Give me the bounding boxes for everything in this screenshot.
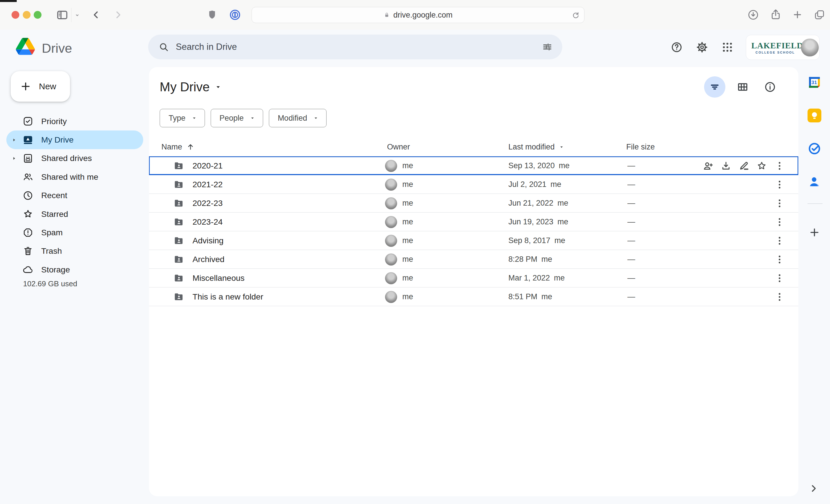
file-row-2022-23[interactable]: 2022-23meJun 21, 2022me— xyxy=(149,194,798,212)
filter-chip-people[interactable]: People xyxy=(211,109,263,127)
sidebar-item-starred[interactable]: Starred xyxy=(6,205,143,223)
star-button[interactable] xyxy=(756,160,767,171)
file-size: — xyxy=(628,194,635,212)
shared-drives-icon xyxy=(23,153,33,164)
file-size: — xyxy=(628,288,635,306)
account-chip[interactable]: LAKEFIELD COLLEGE SCHOOL xyxy=(746,35,820,60)
column-header-file-size[interactable]: File size xyxy=(626,137,655,156)
window-zoom-button[interactable] xyxy=(34,11,41,19)
file-row-advising[interactable]: AdvisingmeSep 8, 2017me— xyxy=(149,231,798,250)
advanced-search-icon[interactable] xyxy=(542,42,552,52)
forward-button[interactable] xyxy=(113,9,123,20)
filter-chip-type[interactable]: Type xyxy=(160,109,205,127)
share-add-person-button[interactable] xyxy=(703,160,713,171)
calendar-app-button[interactable]: 31 xyxy=(807,75,821,89)
trash-icon xyxy=(23,246,33,257)
column-header-name[interactable]: Name xyxy=(161,137,195,156)
priority-icon xyxy=(23,116,33,127)
download-button[interactable] xyxy=(721,160,731,171)
keep-app-button[interactable] xyxy=(807,108,821,123)
file-name: 2021-22 xyxy=(193,175,223,194)
window-close-button[interactable] xyxy=(11,11,19,19)
filter-chip-modified[interactable]: Modified xyxy=(269,109,326,127)
file-last-modified: Mar 1, 2022me xyxy=(508,269,565,288)
share-button[interactable] xyxy=(769,8,782,21)
settings-button[interactable] xyxy=(696,41,708,53)
sidebar-item-trash[interactable]: Trash xyxy=(6,242,143,260)
details-button[interactable] xyxy=(764,81,776,93)
file-row-miscellaneous[interactable]: MiscellaneousmeMar 1, 2022me— xyxy=(149,269,798,288)
back-button[interactable] xyxy=(91,9,101,20)
file-size: — xyxy=(628,269,635,288)
file-row-2020-21[interactable]: 2020-21meSep 13, 2020me— xyxy=(149,156,798,175)
contacts-app-button[interactable] xyxy=(807,175,821,189)
file-name: Miscellaneous xyxy=(193,269,245,288)
tab-overview-button[interactable] xyxy=(813,9,825,21)
owner-avatar xyxy=(385,197,397,209)
file-owner: me xyxy=(385,231,413,250)
calendar-icon: 31 xyxy=(807,75,821,89)
page-title[interactable]: My Drive xyxy=(160,79,222,95)
sidebar-item-label: Spam xyxy=(41,228,63,237)
rename-button[interactable] xyxy=(738,160,749,171)
chevron-down-icon[interactable] xyxy=(74,12,81,19)
downloads-button[interactable] xyxy=(747,9,759,21)
sidebar-item-label: My Drive xyxy=(41,135,73,144)
caret-down-icon xyxy=(313,115,319,121)
more-options-button[interactable] xyxy=(774,198,785,209)
sidebar-item-label: Shared with me xyxy=(41,172,98,182)
file-row-2021-22[interactable]: 2021-22meJul 2, 2021me— xyxy=(149,175,798,194)
sort-ascending-icon[interactable] xyxy=(186,142,195,151)
file-row-2023-24[interactable]: 2023-24meJun 19, 2023me— xyxy=(149,212,798,231)
profile-avatar[interactable] xyxy=(801,39,819,57)
get-addons-button[interactable] xyxy=(809,227,820,238)
row-actions xyxy=(774,212,785,231)
file-last-modified: Sep 8, 2017me xyxy=(508,231,565,250)
expander-spacer xyxy=(11,266,17,273)
address-bar[interactable]: drive.google.com xyxy=(252,7,584,23)
caret-down-icon xyxy=(250,115,255,121)
more-options-button[interactable] xyxy=(774,216,785,228)
new-tab-button[interactable] xyxy=(792,9,803,20)
support-button[interactable] xyxy=(671,41,683,53)
file-owner: me xyxy=(385,250,413,269)
drive-logo-icon[interactable] xyxy=(16,38,35,55)
more-options-button[interactable] xyxy=(774,254,785,265)
sidebar-item-my-drive[interactable]: My Drive xyxy=(6,131,143,149)
search-input[interactable] xyxy=(176,42,542,52)
google-apps-button[interactable] xyxy=(721,41,733,53)
more-options-button[interactable] xyxy=(774,160,785,171)
search-icon[interactable] xyxy=(159,42,169,52)
more-options-button[interactable] xyxy=(774,292,785,302)
grid-view-button[interactable] xyxy=(737,81,749,93)
file-row-this-is-a-new-folder[interactable]: This is a new folderme8:51 PMme— xyxy=(149,288,798,306)
column-header-owner[interactable]: Owner xyxy=(387,137,410,156)
sidebar-item-spam[interactable]: Spam xyxy=(6,223,143,242)
drive-search-bar[interactable] xyxy=(148,35,562,59)
expand-arrow-icon[interactable] xyxy=(11,155,17,162)
more-options-button[interactable] xyxy=(774,179,785,190)
sidebar-item-shared-with-me[interactable]: Shared with me xyxy=(6,168,143,186)
onepassword-extension-icon[interactable] xyxy=(229,9,241,21)
more-options-button[interactable] xyxy=(774,273,785,284)
new-button[interactable]: New xyxy=(11,71,70,102)
show-side-panel-button[interactable] xyxy=(809,483,819,493)
reload-button[interactable] xyxy=(572,11,580,20)
list-view-toggle[interactable] xyxy=(704,76,725,98)
sidebar-item-recent[interactable]: Recent xyxy=(6,186,143,205)
privacy-shield-icon[interactable] xyxy=(206,9,218,21)
column-header-last-modified[interactable]: Last modified xyxy=(508,137,564,156)
file-rows: 2020-21meSep 13, 2020me—2021-22meJul 2, … xyxy=(149,156,798,306)
file-name: 2022-23 xyxy=(193,194,223,212)
chip-label: People xyxy=(220,114,244,123)
expand-arrow-icon[interactable] xyxy=(11,137,17,143)
file-name: 2023-24 xyxy=(193,212,223,231)
sidebar-item-priority[interactable]: Priority xyxy=(6,112,143,131)
window-minimize-button[interactable] xyxy=(23,11,31,19)
file-row-archived[interactable]: Archivedme8:28 PMme— xyxy=(149,250,798,269)
sidebar-item-shared-drives[interactable]: Shared drives xyxy=(6,149,143,168)
sidebar-toggle-icon[interactable] xyxy=(56,9,69,21)
sidebar-item-storage[interactable]: Storage xyxy=(6,260,143,279)
tasks-app-button[interactable] xyxy=(807,142,821,156)
more-options-button[interactable] xyxy=(774,235,785,246)
